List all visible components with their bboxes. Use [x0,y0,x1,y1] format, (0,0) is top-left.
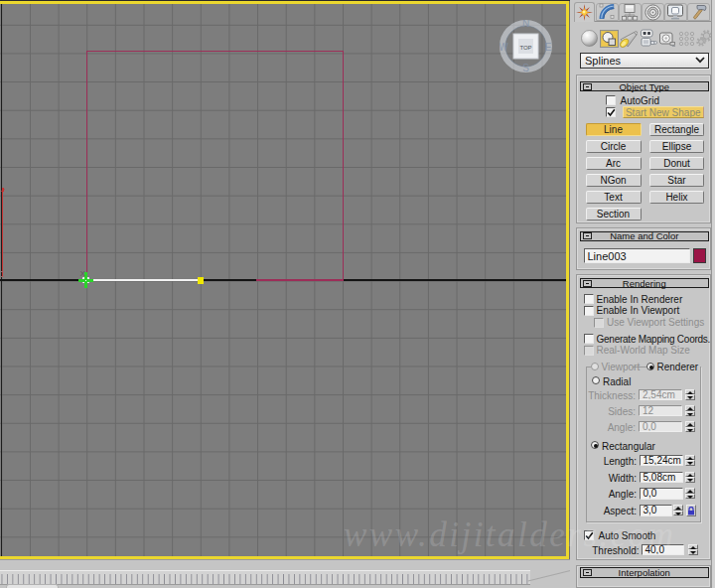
svg-text:W: W [500,42,508,53]
svg-text:S: S [522,63,529,73]
svg-text:TOP: TOP [519,45,531,51]
svg-text:N: N [522,20,529,29]
svg-text:E: E [545,42,552,53]
